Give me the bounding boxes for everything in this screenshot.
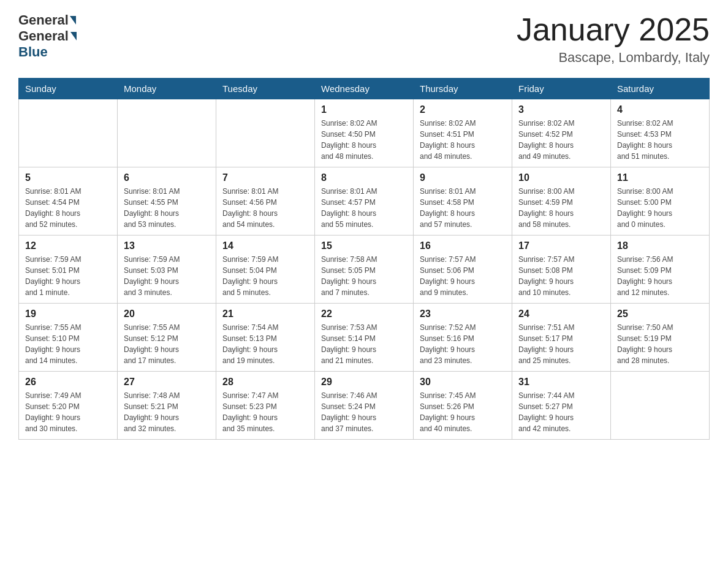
day-number: 17 — [518, 240, 604, 251]
table-row: 25Sunrise: 7:50 AMSunset: 5:19 PMDayligh… — [611, 304, 710, 372]
table-row: 24Sunrise: 7:51 AMSunset: 5:17 PMDayligh… — [512, 304, 611, 372]
day-info: Sunrise: 7:44 AMSunset: 5:27 PMDaylight:… — [518, 390, 604, 434]
day-info: Sunrise: 7:46 AMSunset: 5:24 PMDaylight:… — [321, 390, 407, 434]
day-info: Sunrise: 7:55 AMSunset: 5:10 PMDaylight:… — [25, 322, 111, 366]
table-row: 20Sunrise: 7:55 AMSunset: 5:12 PMDayligh… — [118, 304, 216, 372]
calendar-week-row: 19Sunrise: 7:55 AMSunset: 5:10 PMDayligh… — [19, 304, 710, 372]
month-title: January 2025 — [517, 12, 710, 47]
day-info: Sunrise: 8:02 AMSunset: 4:52 PMDaylight:… — [518, 118, 604, 162]
day-number: 28 — [222, 377, 308, 388]
day-info: Sunrise: 8:00 AMSunset: 5:00 PMDaylight:… — [617, 186, 703, 230]
day-number: 10 — [518, 172, 604, 183]
day-number: 1 — [321, 104, 407, 115]
day-info: Sunrise: 7:47 AMSunset: 5:23 PMDaylight:… — [222, 390, 308, 434]
day-number: 21 — [222, 308, 308, 320]
col-thursday: Thursday — [414, 79, 512, 99]
day-info: Sunrise: 8:01 AMSunset: 4:58 PMDaylight:… — [420, 186, 506, 230]
day-number: 30 — [420, 377, 506, 388]
day-info: Sunrise: 8:02 AMSunset: 4:50 PMDaylight:… — [321, 118, 407, 162]
day-number: 18 — [617, 240, 703, 251]
day-number: 22 — [321, 308, 407, 320]
table-row: 18Sunrise: 7:56 AMSunset: 5:09 PMDayligh… — [611, 236, 710, 304]
day-info: Sunrise: 7:58 AMSunset: 5:05 PMDaylight:… — [321, 254, 407, 298]
day-info: Sunrise: 8:02 AMSunset: 4:51 PMDaylight:… — [420, 118, 506, 162]
day-number: 20 — [124, 308, 210, 320]
day-number: 23 — [420, 308, 506, 320]
table-row: 14Sunrise: 7:59 AMSunset: 5:04 PMDayligh… — [216, 236, 315, 304]
table-row: 16Sunrise: 7:57 AMSunset: 5:06 PMDayligh… — [414, 236, 512, 304]
day-number: 19 — [25, 308, 111, 320]
day-number: 14 — [222, 240, 308, 251]
table-row — [611, 372, 710, 440]
day-info: Sunrise: 8:00 AMSunset: 4:59 PMDaylight:… — [518, 186, 604, 230]
table-row: 22Sunrise: 7:53 AMSunset: 5:14 PMDayligh… — [315, 304, 414, 372]
day-number: 12 — [25, 240, 111, 251]
table-row — [118, 99, 216, 167]
col-wednesday: Wednesday — [315, 79, 414, 99]
day-number: 27 — [124, 377, 210, 388]
table-row: 5Sunrise: 8:01 AMSunset: 4:54 PMDaylight… — [19, 167, 118, 236]
day-info: Sunrise: 7:51 AMSunset: 5:17 PMDaylight:… — [518, 322, 604, 366]
logo-chevron-icon — [70, 32, 77, 40]
day-info: Sunrise: 7:57 AMSunset: 5:06 PMDaylight:… — [420, 254, 506, 298]
day-info: Sunrise: 8:02 AMSunset: 4:53 PMDaylight:… — [617, 118, 703, 162]
table-row: 1Sunrise: 8:02 AMSunset: 4:50 PMDaylight… — [315, 99, 414, 167]
day-info: Sunrise: 8:01 AMSunset: 4:55 PMDaylight:… — [124, 186, 210, 230]
day-info: Sunrise: 7:45 AMSunset: 5:26 PMDaylight:… — [420, 390, 506, 434]
logo: General General Blue — [18, 12, 77, 60]
table-row: 6Sunrise: 8:01 AMSunset: 4:55 PMDaylight… — [118, 167, 216, 236]
table-row — [216, 99, 315, 167]
table-row: 2Sunrise: 8:02 AMSunset: 4:51 PMDaylight… — [414, 99, 512, 167]
calendar-week-row: 26Sunrise: 7:49 AMSunset: 5:20 PMDayligh… — [19, 372, 710, 440]
table-row: 11Sunrise: 8:00 AMSunset: 5:00 PMDayligh… — [611, 167, 710, 236]
day-info: Sunrise: 8:01 AMSunset: 4:57 PMDaylight:… — [321, 186, 407, 230]
day-number: 13 — [124, 240, 210, 251]
day-number: 4 — [617, 104, 703, 115]
col-friday: Friday — [512, 79, 611, 99]
day-info: Sunrise: 7:59 AMSunset: 5:01 PMDaylight:… — [25, 254, 111, 298]
day-number: 16 — [420, 240, 506, 251]
table-row: 27Sunrise: 7:48 AMSunset: 5:21 PMDayligh… — [118, 372, 216, 440]
day-info: Sunrise: 7:59 AMSunset: 5:03 PMDaylight:… — [124, 254, 210, 298]
day-info: Sunrise: 7:56 AMSunset: 5:09 PMDaylight:… — [617, 254, 703, 298]
calendar-week-row: 5Sunrise: 8:01 AMSunset: 4:54 PMDaylight… — [19, 167, 710, 236]
table-row: 26Sunrise: 7:49 AMSunset: 5:20 PMDayligh… — [19, 372, 118, 440]
title-area: January 2025 Bascape, Lombardy, Italy — [517, 12, 710, 66]
calendar-table: Sunday Monday Tuesday Wednesday Thursday… — [18, 78, 710, 440]
table-row: 15Sunrise: 7:58 AMSunset: 5:05 PMDayligh… — [315, 236, 414, 304]
day-number: 3 — [518, 104, 604, 115]
day-info: Sunrise: 7:55 AMSunset: 5:12 PMDaylight:… — [124, 322, 210, 366]
day-number: 2 — [420, 104, 506, 115]
day-info: Sunrise: 7:59 AMSunset: 5:04 PMDaylight:… — [222, 254, 308, 298]
day-number: 15 — [321, 240, 407, 251]
page-header: General General Blue January 2025 Bascap… — [18, 12, 710, 66]
day-number: 5 — [25, 172, 111, 183]
table-row: 12Sunrise: 7:59 AMSunset: 5:01 PMDayligh… — [19, 236, 118, 304]
table-row: 4Sunrise: 8:02 AMSunset: 4:53 PMDaylight… — [611, 99, 710, 167]
table-row — [19, 99, 118, 167]
location-title: Bascape, Lombardy, Italy — [517, 50, 710, 66]
day-info: Sunrise: 7:53 AMSunset: 5:14 PMDaylight:… — [321, 322, 407, 366]
table-row: 10Sunrise: 8:00 AMSunset: 4:59 PMDayligh… — [512, 167, 611, 236]
table-row: 8Sunrise: 8:01 AMSunset: 4:57 PMDaylight… — [315, 167, 414, 236]
table-row: 3Sunrise: 8:02 AMSunset: 4:52 PMDaylight… — [512, 99, 611, 167]
logo-blue-text: Blue — [18, 44, 48, 59]
day-info: Sunrise: 7:50 AMSunset: 5:19 PMDaylight:… — [617, 322, 703, 366]
day-info: Sunrise: 7:57 AMSunset: 5:08 PMDaylight:… — [518, 254, 604, 298]
day-info: Sunrise: 7:52 AMSunset: 5:16 PMDaylight:… — [420, 322, 506, 366]
table-row: 23Sunrise: 7:52 AMSunset: 5:16 PMDayligh… — [414, 304, 512, 372]
day-number: 26 — [25, 377, 111, 388]
day-number: 25 — [617, 308, 703, 320]
day-number: 8 — [321, 172, 407, 183]
day-info: Sunrise: 7:49 AMSunset: 5:20 PMDaylight:… — [25, 390, 111, 434]
day-number: 11 — [617, 172, 703, 183]
day-info: Sunrise: 7:54 AMSunset: 5:13 PMDaylight:… — [222, 322, 308, 366]
day-number: 29 — [321, 377, 407, 388]
day-number: 9 — [420, 172, 506, 183]
day-info: Sunrise: 8:01 AMSunset: 4:56 PMDaylight:… — [222, 186, 308, 230]
col-monday: Monday — [118, 79, 216, 99]
logo-general-text: General — [18, 12, 69, 28]
table-row: 31Sunrise: 7:44 AMSunset: 5:27 PMDayligh… — [512, 372, 611, 440]
col-sunday: Sunday — [19, 79, 118, 99]
logo-arrow-icon — [70, 16, 76, 25]
